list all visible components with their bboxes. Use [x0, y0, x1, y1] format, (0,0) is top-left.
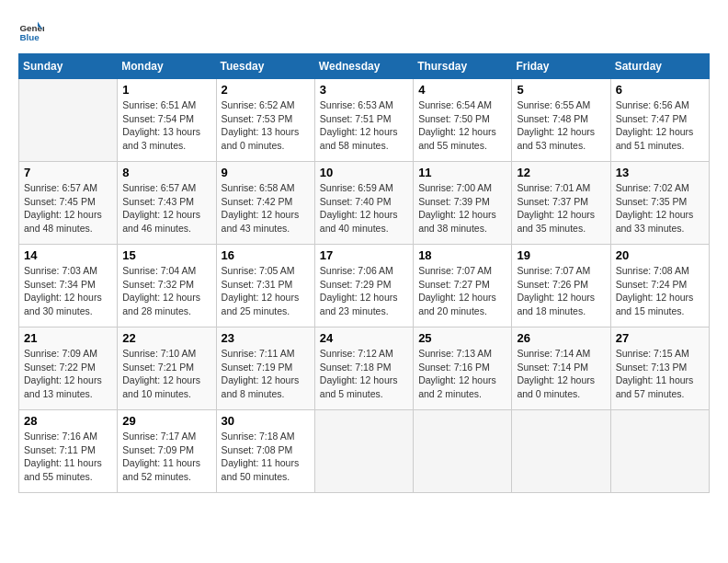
daylight-text: Daylight: 12 hours and 55 minutes. [418, 125, 506, 152]
calendar-week-1: 1Sunrise: 6:51 AMSunset: 7:54 PMDaylight… [19, 79, 710, 162]
day-info: Sunrise: 6:54 AMSunset: 7:50 PMDaylight:… [418, 98, 506, 153]
sunrise-text: Sunrise: 6:57 AM [24, 181, 112, 195]
day-info: Sunrise: 6:59 AMSunset: 7:40 PMDaylight:… [320, 181, 408, 236]
sunset-text: Sunset: 7:40 PM [320, 195, 408, 209]
calendar-cell: 23Sunrise: 7:11 AMSunset: 7:19 PMDayligh… [216, 327, 314, 410]
day-info: Sunrise: 7:12 AMSunset: 7:18 PMDaylight:… [320, 347, 408, 401]
sunrise-text: Sunrise: 7:07 AM [418, 264, 506, 278]
day-info: Sunrise: 6:55 AMSunset: 7:48 PMDaylight:… [517, 98, 605, 153]
sunrise-text: Sunrise: 7:08 AM [616, 264, 704, 278]
day-info: Sunrise: 7:00 AMSunset: 7:39 PMDaylight:… [418, 181, 506, 236]
sunset-text: Sunset: 7:29 PM [320, 278, 408, 292]
calendar-cell: 27Sunrise: 7:15 AMSunset: 7:13 PMDayligh… [610, 327, 709, 410]
daylight-text: Daylight: 12 hours and 25 minutes. [222, 291, 310, 317]
sunrise-text: Sunrise: 7:14 AM [517, 347, 605, 361]
calendar-cell: 14Sunrise: 7:03 AMSunset: 7:34 PMDayligh… [19, 245, 118, 327]
day-info: Sunrise: 6:57 AMSunset: 7:45 PMDaylight:… [24, 181, 112, 236]
sunset-text: Sunset: 7:45 PM [24, 195, 112, 209]
day-info: Sunrise: 7:07 AMSunset: 7:26 PMDaylight:… [517, 264, 605, 318]
logo-icon: General Blue [18, 18, 44, 44]
weekday-header-thursday: Thursday [414, 54, 512, 79]
daylight-text: Daylight: 12 hours and 58 minutes. [320, 125, 408, 152]
calendar-cell: 8Sunrise: 6:57 AMSunset: 7:43 PMDaylight… [118, 162, 216, 245]
day-number: 10 [320, 166, 408, 179]
sunset-text: Sunset: 7:22 PM [24, 361, 112, 374]
daylight-text: Daylight: 12 hours and 18 minutes. [517, 291, 605, 317]
day-info: Sunrise: 7:10 AMSunset: 7:21 PMDaylight:… [122, 347, 210, 401]
calendar-cell: 19Sunrise: 7:07 AMSunset: 7:26 PMDayligh… [512, 245, 610, 327]
calendar-cell: 1Sunrise: 6:51 AMSunset: 7:54 PMDaylight… [118, 79, 216, 162]
day-info: Sunrise: 7:02 AMSunset: 7:35 PMDaylight:… [616, 181, 704, 236]
daylight-text: Daylight: 11 hours and 57 minutes. [616, 373, 704, 400]
sunrise-text: Sunrise: 6:53 AM [320, 98, 408, 112]
sunset-text: Sunset: 7:14 PM [517, 361, 605, 374]
daylight-text: Daylight: 12 hours and 2 minutes. [418, 373, 506, 400]
sunset-text: Sunset: 7:50 PM [418, 112, 506, 126]
day-info: Sunrise: 7:15 AMSunset: 7:13 PMDaylight:… [616, 347, 704, 401]
calendar-cell: 29Sunrise: 7:17 AMSunset: 7:09 PMDayligh… [118, 410, 216, 493]
calendar-cell: 3Sunrise: 6:53 AMSunset: 7:51 PMDaylight… [314, 79, 413, 162]
calendar-cell: 24Sunrise: 7:12 AMSunset: 7:18 PMDayligh… [314, 327, 413, 410]
day-number: 26 [517, 331, 605, 345]
sunrise-text: Sunrise: 7:05 AM [222, 264, 310, 278]
day-number: 21 [24, 331, 112, 345]
daylight-text: Daylight: 12 hours and 0 minutes. [517, 373, 605, 400]
calendar-cell: 30Sunrise: 7:18 AMSunset: 7:08 PMDayligh… [216, 410, 314, 493]
daylight-text: Daylight: 11 hours and 52 minutes. [122, 456, 210, 483]
day-info: Sunrise: 6:52 AMSunset: 7:53 PMDaylight:… [222, 98, 310, 153]
sunrise-text: Sunrise: 6:52 AM [222, 98, 310, 112]
daylight-text: Daylight: 12 hours and 30 minutes. [24, 291, 112, 317]
daylight-text: Daylight: 12 hours and 38 minutes. [418, 208, 506, 235]
calendar-cell [414, 410, 512, 493]
sunrise-text: Sunrise: 7:15 AM [616, 347, 704, 361]
calendar-cell: 4Sunrise: 6:54 AMSunset: 7:50 PMDaylight… [414, 79, 512, 162]
sunset-text: Sunset: 7:51 PM [320, 112, 408, 126]
logo: General Blue [18, 18, 48, 44]
day-number: 25 [418, 331, 506, 345]
daylight-text: Daylight: 12 hours and 40 minutes. [320, 208, 408, 235]
calendar-cell: 28Sunrise: 7:16 AMSunset: 7:11 PMDayligh… [19, 410, 118, 493]
day-number: 18 [418, 248, 506, 262]
sunset-text: Sunset: 7:08 PM [222, 443, 310, 457]
sunrise-text: Sunrise: 7:06 AM [320, 264, 408, 278]
day-info: Sunrise: 7:01 AMSunset: 7:37 PMDaylight:… [517, 181, 605, 236]
day-info: Sunrise: 7:16 AMSunset: 7:11 PMDaylight:… [24, 430, 112, 484]
calendar-cell: 11Sunrise: 7:00 AMSunset: 7:39 PMDayligh… [414, 162, 512, 245]
day-info: Sunrise: 7:17 AMSunset: 7:09 PMDaylight:… [122, 430, 210, 484]
day-info: Sunrise: 7:08 AMSunset: 7:24 PMDaylight:… [616, 264, 704, 318]
weekday-header-wednesday: Wednesday [314, 54, 413, 79]
day-info: Sunrise: 7:05 AMSunset: 7:31 PMDaylight:… [222, 264, 310, 318]
daylight-text: Daylight: 12 hours and 23 minutes. [320, 291, 408, 317]
calendar-cell: 21Sunrise: 7:09 AMSunset: 7:22 PMDayligh… [19, 327, 118, 410]
sunset-text: Sunset: 7:43 PM [122, 195, 210, 209]
day-info: Sunrise: 7:09 AMSunset: 7:22 PMDaylight:… [24, 347, 112, 401]
daylight-text: Daylight: 13 hours and 3 minutes. [122, 125, 210, 152]
daylight-text: Daylight: 12 hours and 8 minutes. [222, 373, 310, 400]
day-info: Sunrise: 7:11 AMSunset: 7:19 PMDaylight:… [222, 347, 310, 401]
sunrise-text: Sunrise: 7:11 AM [222, 347, 310, 361]
sunset-text: Sunset: 7:42 PM [222, 195, 310, 209]
day-number: 27 [616, 331, 704, 345]
day-info: Sunrise: 6:58 AMSunset: 7:42 PMDaylight:… [222, 181, 310, 236]
weekday-header-tuesday: Tuesday [216, 54, 314, 79]
day-info: Sunrise: 7:06 AMSunset: 7:29 PMDaylight:… [320, 264, 408, 318]
sunrise-text: Sunrise: 7:17 AM [122, 430, 210, 443]
calendar-week-2: 7Sunrise: 6:57 AMSunset: 7:45 PMDaylight… [19, 162, 710, 245]
calendar-cell: 17Sunrise: 7:06 AMSunset: 7:29 PMDayligh… [314, 245, 413, 327]
sunrise-text: Sunrise: 6:54 AM [418, 98, 506, 112]
weekday-header-saturday: Saturday [610, 54, 709, 79]
day-number: 17 [320, 248, 408, 262]
daylight-text: Daylight: 12 hours and 43 minutes. [222, 208, 310, 235]
day-info: Sunrise: 6:51 AMSunset: 7:54 PMDaylight:… [122, 98, 210, 153]
calendar-cell: 26Sunrise: 7:14 AMSunset: 7:14 PMDayligh… [512, 327, 610, 410]
weekday-header-monday: Monday [118, 54, 216, 79]
day-number: 11 [418, 166, 506, 179]
day-number: 29 [122, 414, 210, 428]
sunrise-text: Sunrise: 6:57 AM [122, 181, 210, 195]
calendar-cell: 6Sunrise: 6:56 AMSunset: 7:47 PMDaylight… [610, 79, 709, 162]
day-number: 24 [320, 331, 408, 345]
daylight-text: Daylight: 12 hours and 51 minutes. [616, 125, 704, 152]
sunset-text: Sunset: 7:53 PM [222, 112, 310, 126]
calendar-cell: 2Sunrise: 6:52 AMSunset: 7:53 PMDaylight… [216, 79, 314, 162]
sunrise-text: Sunrise: 6:56 AM [616, 98, 704, 112]
